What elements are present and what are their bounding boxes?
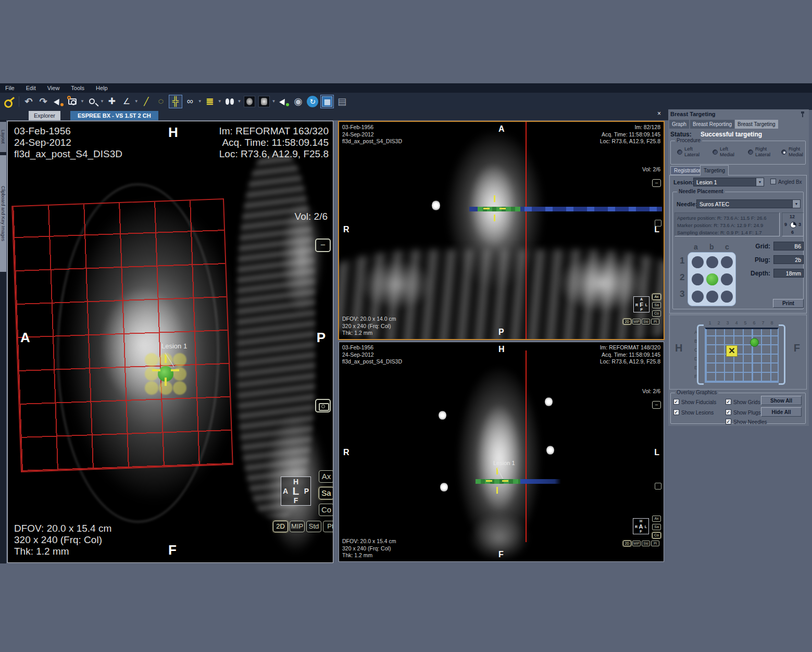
radio-left-lateral-label: LeftLateral (684, 146, 699, 158)
series-thumbnail-2-icon[interactable] (257, 95, 271, 108)
show-fiducials-checkbox[interactable]: ✓ (673, 399, 679, 405)
zoom-icon[interactable] (85, 95, 99, 108)
viewport-coronal[interactable]: 03-Feb-1956 24-Sep-2012 fl3d_ax_post_S4_… (338, 121, 665, 340)
mode-2d-button[interactable]: 2D (623, 319, 631, 324)
pan-icon[interactable]: ✚ (105, 95, 119, 108)
chevron-down-icon[interactable]: ▼ (218, 99, 222, 104)
plane-co-button[interactable]: Co (319, 504, 333, 516)
mode-mip-button[interactable]: MIP (290, 521, 305, 532)
tab-breast-reporting[interactable]: Breast Reporting (690, 120, 734, 129)
spine-range-icon[interactable]: ≣ (203, 95, 217, 108)
radio-left-medial[interactable] (713, 149, 718, 155)
mode-2d-button[interactable]: 2D (623, 541, 631, 546)
key-image-camera-icon[interactable] (66, 95, 79, 108)
chevron-down-icon[interactable]: ▼ (792, 200, 800, 208)
chevron-down-icon[interactable]: ▼ (100, 99, 104, 104)
pin-icon[interactable] (801, 111, 805, 117)
grid-layout-icon[interactable]: ▦ (320, 95, 334, 108)
mode-std-button[interactable]: Std (642, 319, 650, 324)
viewport-sagittal[interactable]: Lesion 1 03-Feb-1956 24-Sep-2012 fl3d_ax… (7, 121, 333, 563)
collapse-button[interactable]: − (652, 401, 661, 409)
menu-tools[interactable]: Tools (71, 85, 84, 91)
film-reel-icon[interactable]: ◉ (291, 95, 305, 108)
collapse-button[interactable]: − (315, 239, 331, 252)
lesion-select[interactable]: Lesion 1 ▼ (693, 178, 764, 186)
mode-pt-button[interactable]: Pt (651, 541, 659, 546)
plug-selector-grid[interactable] (688, 252, 736, 306)
mode-mip-button[interactable]: MIP (632, 319, 641, 324)
close-icon[interactable]: × (657, 110, 661, 117)
chevron-down-icon[interactable]: ▼ (134, 99, 139, 104)
angled-bx-checkbox[interactable] (770, 179, 776, 184)
collapse-button[interactable]: − (652, 179, 661, 187)
film-layout-icon[interactable]: ▤ (335, 95, 348, 108)
mri-image-coronal[interactable] (339, 122, 664, 339)
lesion-position-icon (750, 338, 759, 347)
series-thumbnail-icon[interactable] (243, 95, 256, 108)
show-lesions-checkbox[interactable]: ✓ (673, 409, 679, 415)
chevron-down-icon[interactable]: ▼ (272, 99, 276, 104)
menu-edit[interactable]: Edit (26, 85, 36, 91)
plane-co-button[interactable]: Co (652, 310, 661, 317)
show-grids-checkbox[interactable]: ✓ (726, 399, 731, 405)
radio-right-medial[interactable] (781, 149, 786, 155)
tab-graph[interactable]: Graph (669, 120, 689, 129)
plane-ax-button[interactable]: Ax (652, 294, 661, 300)
toolbar-separator (19, 96, 19, 107)
roi-ellipse-icon[interactable]: ◌ (154, 95, 168, 108)
tool-icon[interactable] (655, 483, 661, 490)
needle-select[interactable]: Suros ATEC ▼ (696, 199, 801, 208)
key-icon[interactable] (3, 95, 16, 108)
distance-measure-icon[interactable]: ╱ (140, 95, 153, 108)
plane-sa-button[interactable]: Sa (319, 487, 333, 499)
menu-view[interactable]: View (47, 85, 60, 91)
mri-image-axial[interactable] (339, 342, 664, 561)
chevron-down-icon[interactable]: ▼ (238, 99, 242, 104)
plane-co-button[interactable]: Co (652, 532, 661, 538)
radio-right-lateral[interactable] (748, 149, 753, 155)
chevron-down-icon[interactable]: ▼ (80, 99, 84, 104)
undo-icon[interactable]: ↶ (22, 95, 35, 108)
show-plugs-checkbox[interactable]: ✓ (726, 409, 731, 415)
plug-field-value: 2b (773, 255, 804, 264)
menu-help[interactable]: Help (96, 85, 108, 91)
snapshot-button[interactable] (315, 399, 331, 412)
plug-position-icon: ✕ (726, 345, 738, 357)
tool-icon[interactable] (655, 220, 661, 227)
target-pointer-icon[interactable] (277, 95, 290, 108)
tab-breast-targeting[interactable]: Breast Targeting (735, 120, 778, 129)
menu-file[interactable]: File (5, 85, 15, 91)
mode-pt-button[interactable]: Pt (323, 521, 333, 532)
print-button[interactable]: Print (773, 299, 804, 308)
mode-2d-button[interactable]: 2D (273, 521, 288, 532)
chevron-down-icon[interactable]: ▼ (198, 99, 202, 104)
tab-explorer[interactable]: Explorer (29, 111, 60, 120)
angle-measure-icon[interactable]: ∠ (120, 95, 133, 108)
mode-std-button[interactable]: Std (642, 541, 650, 546)
mode-mip-button[interactable]: MIP (632, 541, 641, 546)
redo-icon[interactable]: ↷ (36, 95, 50, 108)
grid-cells[interactable] (705, 328, 779, 383)
hide-all-button[interactable]: Hide All (761, 407, 802, 417)
plane-sa-button[interactable]: Sa (652, 524, 661, 530)
sync-icon[interactable]: ↻ (306, 95, 319, 108)
link-series-icon[interactable]: ∞ (183, 95, 197, 108)
tab-targeting[interactable]: Targeting (700, 165, 729, 175)
tab-clipboard-key-images[interactable]: Clipboard and Key Images (0, 155, 6, 272)
plane-ax-button[interactable]: Ax (652, 516, 661, 522)
show-needles-checkbox[interactable]: ✓ (726, 419, 731, 424)
tab-study[interactable]: ESPREE BX - VS 1.5T 2 CH (70, 111, 158, 120)
radio-left-lateral[interactable] (677, 149, 682, 155)
crosshair-icon[interactable]: ╬ (169, 95, 182, 108)
mode-std-button[interactable]: Std (306, 521, 321, 532)
show-all-button[interactable]: Show All (761, 396, 802, 405)
viewport-axial[interactable]: Lesion 1 03-Feb-1956 24-Sep-2012 fl3d_ax… (339, 342, 664, 562)
select-cursor-icon[interactable] (51, 95, 65, 108)
chevron-down-icon[interactable]: ▼ (756, 178, 764, 186)
procedure-group: Procedure LeftLateral LeftMedial RightLa… (670, 141, 806, 165)
tab-layout[interactable]: Layout (0, 122, 6, 152)
lung-view-icon[interactable] (223, 95, 236, 108)
mode-pt-button[interactable]: Pt (651, 319, 659, 324)
plane-sa-button[interactable]: Sa (652, 302, 661, 308)
plane-ax-button[interactable]: Ax (319, 470, 333, 483)
